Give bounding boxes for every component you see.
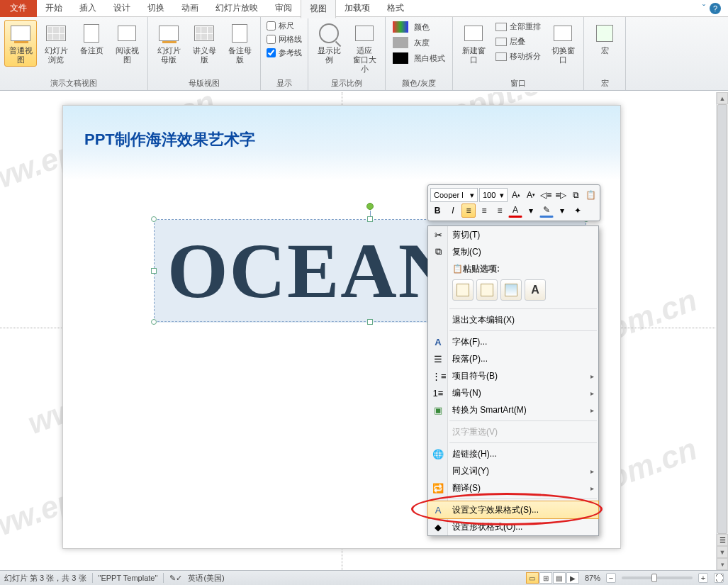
resize-handle[interactable] [151, 216, 157, 222]
vertical-scrollbar[interactable]: ▲ ☰ ▼ ▾ [716, 92, 728, 570]
group-show: 标尺 网格线 参考线 显示 [261, 17, 308, 90]
zoom-thumb[interactable] [651, 574, 657, 582]
tab-slideshow[interactable]: 幻灯片放映 [207, 0, 267, 17]
scroll-up-icon[interactable]: ▲ [717, 92, 728, 104]
language-indicator[interactable]: 英语(美国) [188, 573, 224, 584]
tab-transitions[interactable]: 切换 [139, 0, 173, 17]
resize-handle[interactable] [151, 319, 157, 325]
fontsize-combo[interactable]: 100▾ [479, 188, 508, 202]
arrange-all-button[interactable]: 全部重排 [493, 20, 544, 33]
guides-checkbox[interactable]: 参考线 [265, 47, 303, 59]
slideshow-view-icon[interactable]: ▶ [566, 572, 579, 584]
help-icon[interactable]: ? [710, 3, 721, 14]
align-left-button[interactable]: ≡ [461, 204, 476, 218]
format-painter-button[interactable]: ✦ [571, 204, 585, 218]
tab-view[interactable]: 视图 [301, 0, 336, 18]
macros-button[interactable]: 宏 [588, 20, 621, 57]
tab-home[interactable]: 开始 [37, 0, 71, 17]
paste-opt-dest-theme[interactable] [452, 279, 474, 301]
ctx-translate[interactable]: 🔁翻译(S)▸ [428, 479, 598, 496]
font-combo[interactable]: Cooper l▾ [430, 188, 478, 202]
ctx-text-effects-format[interactable]: A设置文字效果格式(S)... [428, 501, 598, 518]
slide-master-button[interactable]: 幻灯片母版 [152, 20, 185, 67]
highlight-dropdown[interactable]: ▾ [555, 204, 569, 218]
decrease-indent-button[interactable]: ◁≡ [539, 188, 553, 202]
notes-page-button[interactable]: 备注页 [75, 20, 108, 57]
ctx-exit-text-edit[interactable]: 退出文本编辑(X) [428, 311, 598, 328]
blackwhite-button[interactable]: 黑白模式 [390, 51, 448, 65]
copy-button[interactable]: ⧉ [569, 188, 583, 202]
reading-view-icon[interactable]: ▤ [553, 572, 566, 584]
fit-window-button[interactable]: 适应 窗口大小 [348, 20, 381, 76]
ctx-shape-format[interactable]: ◆设置形状格式(O)... [428, 518, 598, 535]
paste-opt-text-only[interactable]: A [525, 279, 546, 301]
paste-opt-keep-source[interactable] [476, 279, 498, 301]
next-slide-icon[interactable]: ▾ [717, 558, 728, 570]
handout-master-button[interactable]: 讲义母版 [188, 20, 220, 67]
bold-button[interactable]: B [430, 204, 444, 218]
move-split-button[interactable]: 移动拆分 [493, 50, 544, 63]
prev-slide-icon[interactable]: ☰ [717, 534, 728, 546]
sorter-view-icon[interactable]: ⊞ [539, 572, 552, 584]
scroll-thumb[interactable] [717, 104, 727, 534]
paste-button[interactable]: 📋 [584, 188, 598, 202]
tab-bar: 文件 开始 插入 设计 切换 动画 幻灯片放映 审阅 视图 加载项 格式 ˇ ? [0, 0, 728, 17]
gridlines-checkbox[interactable]: 网格线 [265, 33, 303, 45]
paste-opt-picture[interactable] [500, 279, 522, 301]
mini-toolbar: Cooper l▾ 100▾ A▴ A▾ ◁≡ ≡▷ ⧉ 📋 B I ≡ ≡ ≡… [427, 184, 600, 221]
ctx-numbering[interactable]: 1≡编号(N)▸ [428, 384, 598, 401]
align-right-button[interactable]: ≡ [493, 204, 507, 218]
italic-button[interactable]: I [446, 204, 460, 218]
reading-view-button[interactable]: 阅读视图 [111, 20, 143, 67]
ctx-font[interactable]: A字体(F)... [428, 333, 598, 350]
tab-format[interactable]: 格式 [379, 0, 413, 17]
rotation-handle[interactable] [366, 203, 374, 210]
group-label: 窗口 [457, 77, 579, 90]
switch-windows-button[interactable]: 切换窗口 [547, 20, 579, 67]
ctx-cut[interactable]: ✂剪切(T) [428, 226, 598, 243]
tab-addins[interactable]: 加载项 [336, 0, 379, 17]
zoom-out-button[interactable]: − [606, 573, 616, 583]
ctx-copy[interactable]: ⧉复制(C) [428, 243, 598, 260]
chevron-right-icon: ▸ [590, 467, 594, 475]
fit-slide-button[interactable]: ⛶ [714, 573, 724, 583]
ctx-paragraph[interactable]: ☰段落(P)... [428, 350, 598, 367]
resize-handle[interactable] [367, 319, 373, 325]
font-color-dropdown[interactable]: ▾ [524, 204, 538, 218]
ctx-hyperlink[interactable]: 🌐超链接(H)... [428, 445, 598, 462]
align-center-button[interactable]: ≡ [477, 204, 491, 218]
zoom-in-button[interactable]: + [698, 573, 708, 583]
tab-design[interactable]: 设计 [105, 0, 139, 17]
scroll-down-icon[interactable]: ▼ [717, 546, 728, 558]
slide-sorter-button[interactable]: 幻灯片浏览 [40, 20, 72, 67]
normal-view-button[interactable]: 普通视图 [4, 20, 37, 67]
ctx-synonym[interactable]: 同义词(Y)▸ [428, 462, 598, 479]
cascade-button[interactable]: 层叠 [493, 35, 544, 48]
highlight-button[interactable]: ✎ [539, 204, 554, 218]
ctx-bullets[interactable]: ⋮≡项目符号(B)▸ [428, 367, 598, 384]
ctx-smartart[interactable]: ▣转换为 SmartArt(M)▸ [428, 401, 598, 418]
resize-handle[interactable] [367, 216, 373, 222]
tab-file[interactable]: 文件 [0, 0, 37, 17]
tab-animations[interactable]: 动画 [173, 0, 207, 17]
ruler-checkbox[interactable]: 标尺 [265, 20, 303, 32]
minimize-ribbon-icon[interactable]: ˇ [702, 4, 705, 13]
tab-review[interactable]: 审阅 [267, 0, 301, 17]
text-effect-icon: A [432, 505, 444, 516]
color-button[interactable]: 颜色 [390, 20, 448, 34]
new-window-button[interactable]: 新建窗口 [457, 20, 490, 67]
grayscale-button[interactable]: 灰度 [390, 35, 448, 50]
slide-title: PPT制作海洋效果艺术字 [84, 129, 255, 150]
grow-font-button[interactable]: A▴ [509, 188, 522, 202]
font-color-button[interactable]: A [508, 204, 522, 218]
increase-indent-button[interactable]: ≡▷ [554, 188, 568, 202]
spellcheck-icon[interactable]: ✎✓ [169, 574, 182, 583]
resize-handle[interactable] [151, 268, 157, 274]
notes-master-button[interactable]: 备注母版 [223, 20, 256, 67]
zoom-slider[interactable] [622, 576, 693, 579]
shrink-font-button[interactable]: A▾ [525, 188, 538, 202]
zoom-button[interactable]: 显示比例 [313, 20, 345, 67]
normal-view-icon[interactable]: ▭ [526, 572, 539, 584]
zoom-percent[interactable]: 87% [585, 574, 600, 582]
tab-insert[interactable]: 插入 [71, 0, 105, 17]
